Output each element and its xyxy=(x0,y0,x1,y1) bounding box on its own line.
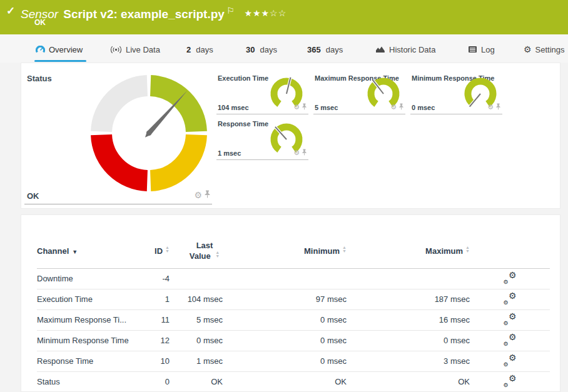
column-header-last-value[interactable]: Last Value ▲▼ xyxy=(170,234,223,268)
column-header-maximum[interactable]: Maximum▲▼ xyxy=(347,234,470,268)
column-header-minimum[interactable]: Minimum▲▼ xyxy=(223,234,347,268)
channel-maximum: 0 msec xyxy=(347,330,470,351)
column-header-id[interactable]: ID▲▼ xyxy=(131,234,170,268)
sort-icon[interactable]: ▲▼ xyxy=(342,246,347,253)
tab-log[interactable]: Log xyxy=(468,43,495,56)
channel-settings-icon[interactable]: ⚙⚙ xyxy=(504,314,517,324)
channel-last-value xyxy=(170,268,223,289)
tab-bar: Overview Live Data 2 days 30 days 365 da… xyxy=(0,34,568,63)
column-header-channel[interactable]: Channel▼ xyxy=(37,234,131,268)
pin-icon[interactable] xyxy=(495,101,501,113)
status-gauge xyxy=(86,71,211,196)
gear-icon[interactable]: ⚙ xyxy=(293,149,300,156)
area-chart-icon xyxy=(375,46,385,53)
gauge-footer: 5 msec ⚙ xyxy=(313,102,405,114)
tab-label: Settings xyxy=(535,45,565,54)
channel-table-panel: Channel▼ ID▲▼ Last Value ▲▼ Minimum▲▼ Ma… xyxy=(21,214,560,392)
tab-2-days[interactable]: 2 days xyxy=(186,43,213,56)
check-icon: ✓ xyxy=(6,4,15,18)
sensor-header: ✓ SensorScript v2: example_script.py⚐★★★… xyxy=(0,0,568,34)
gauge-title: Execution Time xyxy=(218,74,268,82)
tab-label: Historic Data xyxy=(389,45,435,54)
tab-label: days xyxy=(326,45,343,54)
broadcast-icon xyxy=(110,46,122,54)
channel-id: 1 xyxy=(131,289,170,309)
sort-icon[interactable]: ▲▼ xyxy=(165,246,170,253)
tab-historic-data[interactable]: Historic Data xyxy=(375,43,435,56)
channel-settings-icon[interactable]: ⚙⚙ xyxy=(504,376,517,386)
channel-settings-icon[interactable]: ⚙⚙ xyxy=(504,334,517,345)
tab-30-days[interactable]: 30 days xyxy=(246,43,277,56)
tab-number: 365 xyxy=(307,45,321,54)
gauge-tile-minimum-response-time: Minimum Response Time 0 msec ⚙ xyxy=(410,71,502,114)
channel-minimum: 97 msec xyxy=(223,289,347,309)
channel-id: -4 xyxy=(131,268,170,289)
sort-icon[interactable]: ▲▼ xyxy=(465,246,470,253)
log-icon xyxy=(468,46,477,53)
table-row[interactable]: Downtime -4 ⚙⚙ xyxy=(37,268,550,289)
gauge-footer: 104 msec ⚙ xyxy=(216,102,308,114)
pin-icon[interactable] xyxy=(204,189,211,201)
tab-settings[interactable]: ⚙ Settings xyxy=(524,43,565,56)
channel-minimum: 0 msec xyxy=(223,309,347,330)
table-row[interactable]: Response Time 10 1 msec 0 msec 3 msec ⚙⚙ xyxy=(37,351,550,371)
channel-name[interactable]: Status xyxy=(37,371,131,392)
tab-live-data[interactable]: Live Data xyxy=(110,43,160,56)
channel-id: 11 xyxy=(131,309,170,330)
pin-icon[interactable] xyxy=(398,101,404,113)
tab-label: Live Data xyxy=(126,45,160,54)
channel-maximum: 16 msec xyxy=(347,309,470,330)
channel-id: 10 xyxy=(131,351,170,371)
channel-minimum: OK xyxy=(223,371,347,392)
gauge-tile-execution-time: Execution Time 104 msec ⚙ xyxy=(216,71,308,114)
channel-last-value: 1 msec xyxy=(170,351,223,371)
channel-name[interactable]: Execution Time xyxy=(37,289,131,309)
status-value: OK xyxy=(27,191,39,201)
column-header-actions xyxy=(470,234,550,268)
table-row[interactable]: Execution Time 1 104 msec 97 msec 187 ms… xyxy=(37,289,550,309)
channel-settings-icon[interactable]: ⚙⚙ xyxy=(504,355,517,366)
tab-label: Log xyxy=(481,45,495,54)
channel-name[interactable]: Maximum Response Ti... xyxy=(37,309,131,330)
table-row[interactable]: Minimum Response Time 12 0 msec 0 msec 0… xyxy=(37,330,550,351)
channel-id: 0 xyxy=(131,371,170,392)
pin-icon[interactable] xyxy=(302,147,307,158)
tab-365-days[interactable]: 365 days xyxy=(307,43,343,56)
status-gauge-footer: OK ⚙ xyxy=(24,189,212,204)
channel-minimum xyxy=(223,268,347,289)
gauge-value: 5 msec xyxy=(315,104,338,111)
channel-settings-icon[interactable]: ⚙⚙ xyxy=(504,273,517,283)
star-rating[interactable]: ★★★☆☆ xyxy=(244,8,287,18)
channel-last-value: 104 msec xyxy=(170,289,223,309)
channel-name[interactable]: Response Time xyxy=(37,351,131,371)
channel-settings-icon[interactable]: ⚙⚙ xyxy=(504,293,517,304)
table-row[interactable]: Maximum Response Ti... 11 5 msec 0 msec … xyxy=(37,309,550,330)
channel-table: Channel▼ ID▲▼ Last Value ▲▼ Minimum▲▼ Ma… xyxy=(37,234,550,392)
channel-last-value: OK xyxy=(170,371,223,392)
sort-desc-icon[interactable]: ▼ xyxy=(72,249,78,255)
channel-minimum: 0 msec xyxy=(223,330,347,351)
tab-label: days xyxy=(196,45,213,54)
table-row[interactable]: Status 0 OK OK OK ⚙⚙ xyxy=(37,371,550,392)
channel-id: 12 xyxy=(131,330,170,351)
gear-icon[interactable]: ⚙ xyxy=(390,103,397,111)
tab-number: 2 xyxy=(186,45,191,54)
gauge-value: 1 msec xyxy=(218,149,241,157)
pin-icon[interactable] xyxy=(302,101,307,113)
channel-minimum: 0 msec xyxy=(223,351,347,371)
channel-name[interactable]: Minimum Response Time xyxy=(37,330,131,351)
gear-icon[interactable]: ⚙ xyxy=(293,103,300,111)
tab-overview[interactable]: Overview xyxy=(36,43,83,56)
sensor-overview-page: ✓ SensorScript v2: example_script.py⚐★★★… xyxy=(0,0,568,392)
sort-icon[interactable]: ▲▼ xyxy=(215,251,220,258)
flag-icon[interactable]: ⚐ xyxy=(226,6,235,16)
sensor-title-row: SensorScript v2: example_script.py⚐★★★☆☆ xyxy=(21,3,287,22)
channel-maximum: 3 msec xyxy=(347,351,470,371)
gear-icon[interactable]: ⚙ xyxy=(194,191,202,199)
gear-icon[interactable]: ⚙ xyxy=(487,103,494,111)
channel-name[interactable]: Downtime xyxy=(37,268,131,289)
page-title: Script v2: example_script.py xyxy=(63,8,225,21)
tab-label: days xyxy=(260,45,276,54)
gauge-value: 104 msec xyxy=(218,104,249,111)
tab-number: 30 xyxy=(246,45,255,54)
